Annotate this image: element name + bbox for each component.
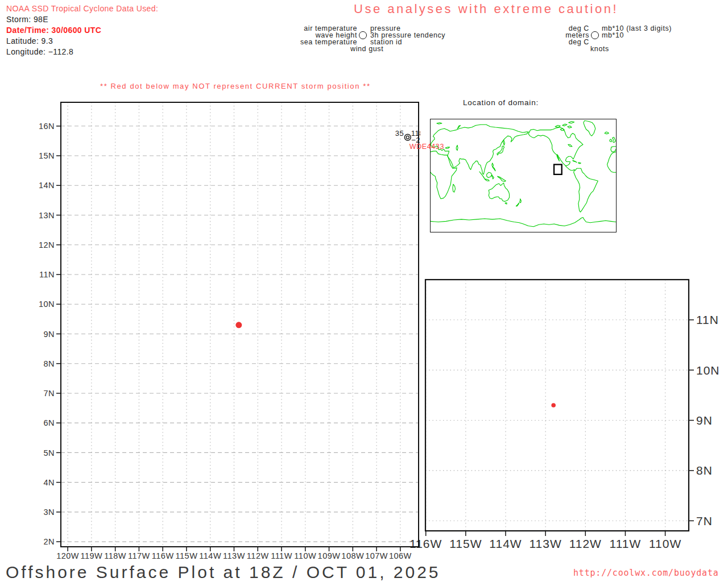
storm-position-dot	[235, 322, 242, 328]
svg-text:14N: 14N	[39, 181, 55, 190]
svg-text:10N: 10N	[696, 364, 720, 377]
svg-text:114W: 114W	[199, 551, 221, 560]
svg-text:7N: 7N	[43, 389, 55, 398]
station-circle-icon	[404, 134, 411, 140]
svg-text:109W: 109W	[318, 551, 341, 560]
svg-text:116W: 116W	[152, 551, 174, 560]
source-url[interactable]: http://coolwx.com/buoydata	[573, 568, 719, 578]
svg-text:3N: 3N	[43, 508, 55, 517]
svg-text:5N: 5N	[43, 448, 55, 458]
svg-text:9N: 9N	[43, 330, 55, 339]
svg-text:108W: 108W	[341, 551, 364, 560]
svg-text:12N: 12N	[39, 240, 55, 250]
svg-text:115W: 115W	[176, 551, 198, 560]
svg-text:8N: 8N	[696, 464, 713, 477]
svg-text:110W: 110W	[649, 537, 681, 550]
main-plot: 120W119W118W117W116W115W114W113W112W111W…	[39, 102, 419, 560]
svg-text:2N: 2N	[43, 537, 55, 546]
svg-text:4N: 4N	[43, 478, 55, 487]
zoom-inset-plot: 116W115W114W113W112W111W110W11N10N9N8N7N	[410, 280, 719, 550]
svg-text:8N: 8N	[43, 359, 55, 368]
svg-text:11N: 11N	[696, 313, 719, 326]
svg-text:10N: 10N	[39, 300, 55, 309]
svg-text:110W: 110W	[294, 551, 316, 560]
svg-text:120W: 120W	[56, 551, 79, 560]
svg-text:112W: 112W	[569, 537, 602, 550]
svg-text:117W: 117W	[128, 551, 150, 560]
svg-text:116W: 116W	[410, 537, 442, 550]
svg-text:7N: 7N	[696, 514, 713, 527]
svg-text:112W: 112W	[247, 551, 269, 560]
plot-title: Offshore Surface Plot at 18Z / OCT 01, 2…	[6, 563, 441, 582]
svg-text:115W: 115W	[449, 537, 482, 550]
storm-position-dot	[551, 403, 556, 408]
plots-svg: 120W119W118W117W116W115W114W113W112W111W…	[0, 0, 728, 582]
svg-text:13N: 13N	[39, 211, 55, 220]
svg-text:111W: 111W	[271, 551, 292, 560]
svg-text:106W: 106W	[389, 551, 412, 560]
svg-text:35: 35	[395, 129, 404, 138]
svg-text:9N: 9N	[696, 414, 713, 427]
svg-text:114W: 114W	[489, 537, 522, 550]
svg-text:113W: 113W	[223, 551, 245, 560]
svg-text:15N: 15N	[39, 151, 55, 160]
svg-text:119W: 119W	[80, 551, 102, 560]
svg-text:113W: 113W	[529, 537, 561, 550]
svg-text:6N: 6N	[43, 418, 55, 427]
svg-text:11N: 11N	[39, 270, 55, 279]
svg-text:111W: 111W	[610, 537, 642, 550]
svg-text:118W: 118W	[104, 551, 126, 560]
inset-plot-border	[425, 280, 689, 531]
station-plot: 35118−2	[395, 129, 424, 144]
svg-text:16N: 16N	[39, 122, 55, 131]
svg-text:107W: 107W	[365, 551, 388, 560]
station-id-text: WDE4433	[410, 143, 444, 151]
offshore-surface-plot-screen: NOAA SSD Tropical Cyclone Data Used: Sto…	[0, 0, 728, 582]
